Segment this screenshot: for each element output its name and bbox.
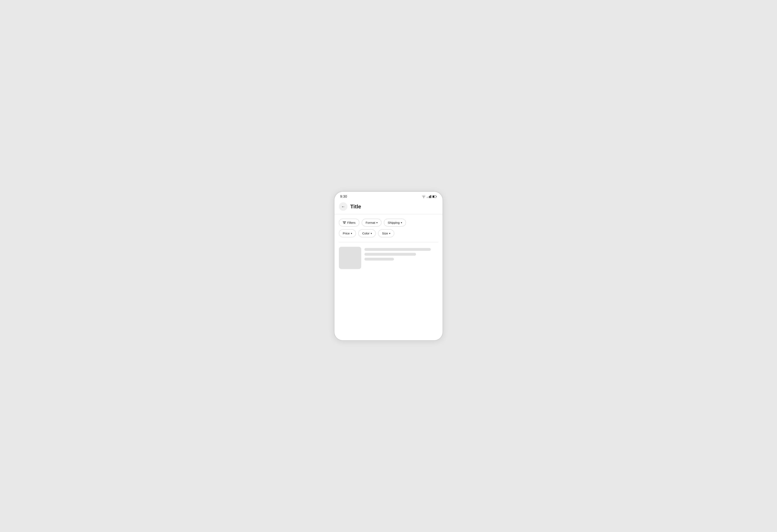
shipping-chip[interactable]: Shipping ▾ bbox=[384, 219, 406, 227]
shipping-chip-label: Shipping bbox=[388, 221, 400, 224]
format-chip-label: Format bbox=[366, 221, 375, 224]
svg-rect-2 bbox=[436, 196, 437, 197]
status-bar: 9:30 bbox=[334, 192, 443, 200]
battery-icon bbox=[432, 195, 437, 198]
content-area bbox=[334, 242, 443, 340]
format-chip[interactable]: Format ▾ bbox=[362, 219, 381, 227]
filter-lines-icon bbox=[343, 221, 346, 224]
filter-row-1: Filters Format ▾ Shipping ▾ bbox=[339, 219, 438, 227]
product-thumbnail bbox=[339, 247, 361, 269]
skeleton-price bbox=[364, 258, 394, 261]
price-chip[interactable]: Price ▾ bbox=[339, 229, 356, 237]
format-chevron-icon: ▾ bbox=[376, 221, 377, 224]
product-info bbox=[364, 247, 438, 269]
back-arrow-icon: ← bbox=[341, 205, 345, 209]
status-icons bbox=[422, 195, 437, 198]
color-chip[interactable]: Color ▾ bbox=[358, 229, 376, 237]
page-title: Title bbox=[350, 204, 361, 210]
filter-row-2: Price ▾ Color ▾ Size ▾ bbox=[339, 229, 438, 237]
color-chip-label: Color bbox=[362, 232, 369, 235]
list-item bbox=[339, 247, 438, 269]
status-time: 9:30 bbox=[340, 194, 347, 198]
signal-icon bbox=[427, 195, 431, 198]
filters-chip-label: Filters bbox=[347, 221, 355, 224]
size-chevron-icon: ▾ bbox=[389, 232, 390, 235]
filters-chip[interactable]: Filters bbox=[339, 219, 359, 227]
skeleton-title bbox=[364, 248, 431, 251]
price-chip-label: Price bbox=[343, 232, 350, 235]
size-chip[interactable]: Size ▾ bbox=[378, 229, 394, 237]
back-button[interactable]: ← bbox=[339, 202, 347, 211]
price-chevron-icon: ▾ bbox=[351, 232, 352, 235]
shipping-chevron-icon: ▾ bbox=[401, 221, 402, 224]
phone-frame: 9:30 bbox=[334, 191, 443, 341]
filter-section: Filters Format ▾ Shipping ▾ Price ▾ bbox=[334, 214, 443, 242]
header: ← Title bbox=[334, 200, 443, 214]
phone-screen: 9:30 bbox=[334, 192, 443, 340]
svg-rect-1 bbox=[433, 196, 434, 197]
wifi-icon bbox=[422, 195, 426, 198]
size-chip-label: Size bbox=[382, 232, 388, 235]
color-chevron-icon: ▾ bbox=[371, 232, 372, 235]
skeleton-subtitle bbox=[364, 253, 416, 256]
